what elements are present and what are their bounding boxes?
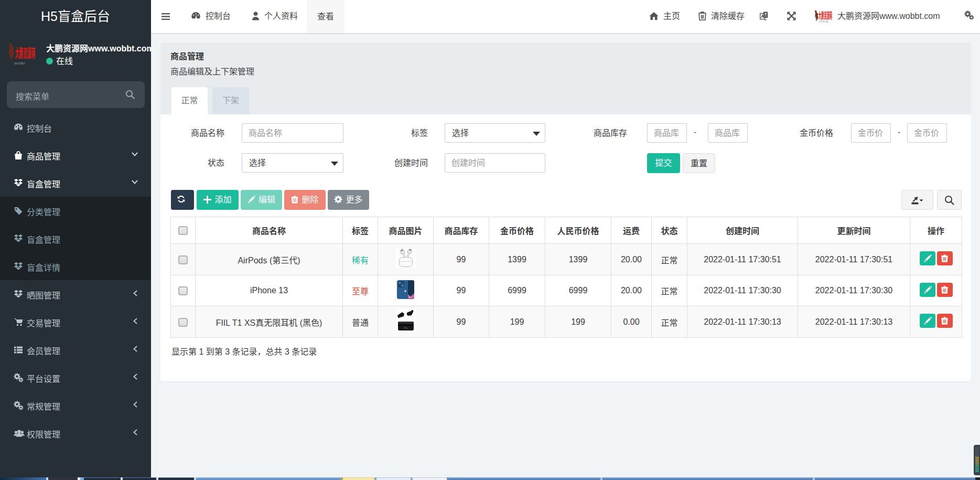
svg-text:ITSUE: ITSUE	[819, 20, 828, 23]
svg-text:wvdkr: wvdkr	[14, 61, 25, 66]
svg-text:大鹏资源网: 大鹏资源网	[15, 44, 35, 62]
svg-text:FIIL: FIIL	[404, 327, 408, 329]
